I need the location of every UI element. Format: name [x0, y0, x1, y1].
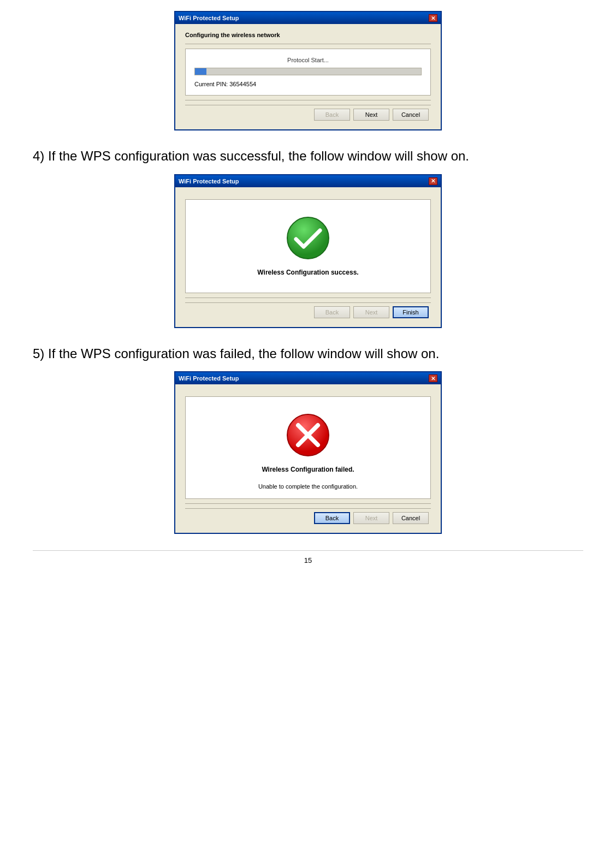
- dialog3-footer: Back Next Cancel: [185, 508, 431, 526]
- dialog1-next-button[interactable]: Next: [353, 109, 389, 121]
- svg-point-0: [287, 217, 329, 259]
- progress-bar-container: [194, 68, 422, 75]
- dialog3-titlebar: WiFi Protected Setup ✕: [175, 372, 441, 384]
- dialog3-close-button[interactable]: ✕: [429, 374, 437, 382]
- protocol-text: Protocol Start...: [194, 57, 422, 63]
- section3-label: 5) If the WPS configuration was failed, …: [33, 344, 439, 363]
- success-message: Wireless Configuration success.: [257, 269, 358, 276]
- dialog1-footer-separator: [185, 100, 431, 100]
- dialog1-back-button[interactable]: Back: [314, 109, 350, 121]
- dialog2-back-button[interactable]: Back: [314, 306, 350, 318]
- dialog3-cancel-button[interactable]: Cancel: [393, 512, 429, 524]
- dialog3-footer-separator: [185, 503, 431, 504]
- dialog1-footer: Back Next Cancel: [185, 105, 431, 123]
- dialog3-next-button[interactable]: Next: [353, 512, 389, 524]
- dialog2-next-button[interactable]: Next: [353, 306, 389, 318]
- success-checkmark-icon: [286, 216, 330, 260]
- dialog2-footer-separator: [185, 298, 431, 298]
- fail-submessage: Unable to complete the configuration.: [258, 483, 358, 490]
- page-number: 15: [33, 550, 583, 564]
- close-icon: ✕: [431, 178, 435, 184]
- section2-label: 4) If the WPS configuration was successf…: [33, 147, 469, 165]
- dialog3-title: WiFi Protected Setup: [179, 375, 239, 382]
- dialog3-body: Wireless Configuration failed. Unable to…: [175, 384, 441, 533]
- dialog2-titlebar: WiFi Protected Setup ✕: [175, 175, 441, 187]
- dialog3: WiFi Protected Setup ✕: [174, 371, 442, 534]
- fail-message: Wireless Configuration failed.: [262, 466, 354, 473]
- dialog1-separator: [185, 44, 431, 44]
- fail-x-icon: [286, 413, 330, 457]
- close-icon: ✕: [431, 15, 435, 21]
- dialog2-finish-button[interactable]: Finish: [393, 306, 429, 318]
- dialog2: WiFi Protected Setup ✕: [174, 174, 442, 328]
- dialog1-body: Configuring the wireless network Protoco…: [175, 24, 441, 129]
- dialog2-title: WiFi Protected Setup: [179, 178, 239, 185]
- close-icon: ✕: [431, 376, 435, 382]
- dialog1-cancel-button[interactable]: Cancel: [393, 109, 429, 121]
- dialog2-wrapper: WiFi Protected Setup ✕: [174, 174, 442, 328]
- dialog1-titlebar: WiFi Protected Setup ✕: [175, 12, 441, 24]
- dialog1-subtitle: Configuring the wireless network: [185, 32, 431, 38]
- dialog1-close-button[interactable]: ✕: [429, 14, 437, 22]
- dialog1-inner: Protocol Start... Current PIN: 36544554: [185, 49, 431, 96]
- dialog1-wrapper: WiFi Protected Setup ✕ Configuring the w…: [174, 11, 442, 130]
- progress-bar-fill: [195, 68, 206, 75]
- current-pin-text: Current PIN: 36544554: [194, 81, 422, 87]
- dialog2-footer: Back Next Finish: [185, 302, 431, 320]
- dialog3-back-button[interactable]: Back: [314, 512, 350, 524]
- dialog3-inner: Wireless Configuration failed. Unable to…: [185, 396, 431, 499]
- dialog2-close-button[interactable]: ✕: [429, 177, 437, 185]
- dialog2-inner: Wireless Configuration success.: [185, 199, 431, 293]
- dialog1: WiFi Protected Setup ✕ Configuring the w…: [174, 11, 442, 130]
- page-content: WiFi Protected Setup ✕ Configuring the w…: [33, 11, 583, 564]
- dialog1-title: WiFi Protected Setup: [179, 15, 239, 21]
- dialog3-wrapper: WiFi Protected Setup ✕: [174, 371, 442, 534]
- dialog2-body: Wireless Configuration success. Back Nex…: [175, 187, 441, 327]
